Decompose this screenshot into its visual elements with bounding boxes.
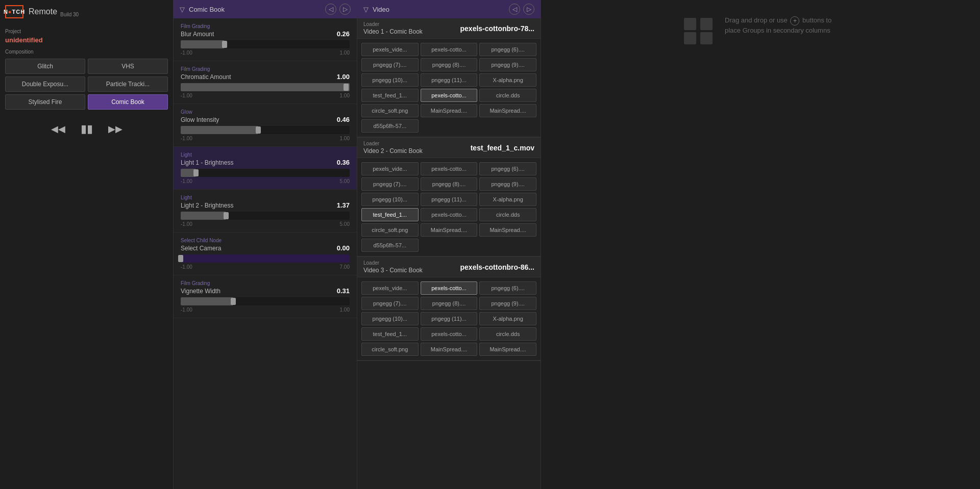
video-item-video3-4[interactable]: pngegg (8).... — [421, 297, 478, 310]
video-section-header-video2: Loader Video 2 - Comic Book test_feed_1_… — [357, 138, 541, 158]
video-item-video3-7[interactable]: pngegg (11)... — [421, 312, 478, 325]
video-item-video2-14[interactable]: MainSpread.... — [479, 223, 536, 237]
param-name-0: Blur Amount — [181, 31, 214, 38]
param-range-2: -1.00 1.00 — [181, 136, 350, 141]
param-slider-2[interactable] — [181, 126, 350, 134]
video-item-video1-10[interactable]: pexels-cotto... — [421, 89, 478, 102]
video-item-video1-7[interactable]: pngegg (11)... — [421, 73, 478, 87]
composition-grid: Glitch VHS Double Exposu... Particle Tra… — [5, 59, 168, 110]
placeholder-grid — [684, 18, 715, 44]
video-grid-video3: pexels_vide...pexels-cotto...pngegg (6).… — [357, 277, 541, 360]
video-item-video3-8[interactable]: X-alpha.png — [479, 312, 536, 325]
param-name-4: Light 2 - Brightness — [181, 202, 233, 209]
param-block-5: Select Child Node Select Camera 0.00 -1.… — [174, 233, 357, 275]
video-item-video1-15[interactable]: d55p6fh-57... — [361, 119, 419, 133]
params-nav-prev[interactable]: ◁ — [325, 4, 336, 15]
comp-btn-vhs[interactable]: VHS — [88, 59, 168, 74]
video-item-video3-3[interactable]: pngegg (7).... — [361, 297, 419, 310]
video-item-video3-13[interactable]: MainSpread.... — [421, 343, 478, 356]
video-item-video2-4[interactable]: pngegg (8).... — [421, 177, 478, 191]
video-nav-prev[interactable]: ◁ — [509, 4, 520, 15]
video-item-video2-6[interactable]: pngegg (10)... — [361, 193, 419, 206]
video-item-video2-3[interactable]: pngegg (7).... — [361, 177, 419, 191]
video-item-video2-2[interactable]: pngegg (6).... — [479, 162, 536, 175]
video-item-video3-11[interactable]: circle.dds — [479, 327, 536, 341]
param-range-0: -1.00 1.00 — [181, 50, 350, 56]
video-item-video2-5[interactable]: pngegg (9).... — [479, 177, 536, 191]
video-item-video1-2[interactable]: pngegg (6).... — [479, 43, 536, 56]
params-list: Film Grading Blur Amount 0.26 -1.00 1.00… — [174, 18, 357, 318]
video-item-video2-12[interactable]: circle_soft.png — [361, 223, 419, 237]
video-nav-next[interactable]: ▷ — [523, 4, 534, 15]
param-range-min-4: -1.00 — [181, 221, 192, 227]
comp-btn-glitch[interactable]: Glitch — [5, 59, 85, 74]
comp-btn-stylised-fire[interactable]: Stylised Fire — [5, 94, 85, 110]
params-panel-nav: ◁ ▷ — [325, 4, 351, 15]
comp-btn-particle-tracki[interactable]: Particle Tracki... — [88, 76, 168, 92]
comp-btn-double-exposu[interactable]: Double Exposu... — [5, 76, 85, 92]
video-item-video2-8[interactable]: X-alpha.png — [479, 193, 536, 206]
params-nav-next[interactable]: ▷ — [339, 4, 351, 15]
video-item-video1-13[interactable]: MainSpread.... — [421, 104, 478, 117]
param-slider-6[interactable] — [181, 297, 350, 305]
video-item-video2-13[interactable]: MainSpread.... — [421, 223, 478, 237]
param-block-3: Light Light 1 - Brightness 0.36 -1.00 5.… — [174, 147, 357, 190]
logo-area: N●TCH Remote Build 30 — [5, 5, 168, 18]
video-section-video1: Loader Video 1 - Comic Book pexels-cotto… — [357, 18, 541, 138]
video-item-video3-14[interactable]: MainSpread.... — [479, 343, 536, 356]
param-slider-3[interactable] — [181, 169, 350, 177]
param-category-6: Film Grading — [181, 280, 350, 286]
video-item-video3-12[interactable]: circle_soft.png — [361, 343, 419, 356]
video-item-video3-6[interactable]: pngegg (10)... — [361, 312, 419, 325]
video-item-video1-4[interactable]: pngegg (8).... — [421, 58, 478, 71]
playback-next-button[interactable]: ▶▶ — [108, 123, 122, 135]
param-row-5: Select Camera 0.00 — [181, 244, 350, 252]
video-panel-title: ▽ Video — [363, 6, 389, 13]
video-item-video1-12[interactable]: circle_soft.png — [361, 104, 419, 117]
video-item-video1-5[interactable]: pngegg (9).... — [479, 58, 536, 71]
right-panel: Drag and drop or use + buttons to place … — [541, 0, 980, 489]
video-item-video2-9[interactable]: test_feed_1... — [361, 208, 419, 221]
video-section-video3: Loader Video 3 - Comic Book pexels-cotto… — [357, 257, 541, 361]
video-item-video3-1[interactable]: pexels-cotto... — [421, 281, 478, 295]
video-item-video1-6[interactable]: pngegg (10)... — [361, 73, 419, 87]
param-slider-0[interactable] — [181, 40, 350, 48]
param-name-6: Vignette Width — [181, 288, 220, 295]
video-item-video1-0[interactable]: pexels_vide... — [361, 43, 419, 56]
param-block-0: Film Grading Blur Amount 0.26 -1.00 1.00 — [174, 18, 357, 61]
video-item-video3-2[interactable]: pngegg (6).... — [479, 281, 536, 295]
param-slider-1[interactable] — [181, 83, 350, 91]
playback-prev-button[interactable]: ◀◀ — [51, 123, 65, 135]
video-item-video2-1[interactable]: pexels-cotto... — [421, 162, 478, 175]
video-item-video1-1[interactable]: pexels-cotto... — [421, 43, 478, 56]
video-section-left-video1: Loader Video 1 - Comic Book — [363, 21, 423, 35]
video-item-video1-3[interactable]: pngegg (7).... — [361, 58, 419, 71]
video-item-video3-0[interactable]: pexels_vide... — [361, 281, 419, 295]
playback-pause-button[interactable]: ▮▮ — [81, 122, 93, 136]
param-slider-4[interactable] — [181, 212, 350, 220]
video-item-video2-15[interactable]: d55p6fh-57... — [361, 239, 419, 252]
video-item-video3-5[interactable]: pngegg (9).... — [479, 297, 536, 310]
param-range-3: -1.00 5.00 — [181, 178, 350, 184]
video-item-video3-10[interactable]: pexels-cotto... — [421, 327, 478, 341]
video-item-video1-8[interactable]: X-alpha.png — [479, 73, 536, 87]
video-item-video1-9[interactable]: test_feed_1... — [361, 89, 419, 102]
param-range-max-6: 1.00 — [340, 307, 350, 313]
param-category-4: Light — [181, 195, 350, 200]
video-item-video1-14[interactable]: MainSpread.... — [479, 104, 536, 117]
video-section-left-video3: Loader Video 3 - Comic Book — [363, 260, 423, 274]
video-item-video3-9[interactable]: test_feed_1... — [361, 327, 419, 341]
video-item-video2-10[interactable]: pexels-cotto... — [421, 208, 478, 221]
video-grid-video1: pexels_vide...pexels-cotto...pngegg (6).… — [357, 39, 541, 137]
video-item-video2-11[interactable]: circle.dds — [479, 208, 536, 221]
video-item-video2-7[interactable]: pngegg (11)... — [421, 193, 478, 206]
video-item-video1-11[interactable]: circle.dds — [479, 89, 536, 102]
app-build: Build 30 — [60, 12, 79, 17]
params-panel-header: ▽ Comic Book ◁ ▷ — [174, 0, 357, 18]
param-slider-5[interactable] — [181, 254, 350, 263]
param-row-2: Glow Intensity 0.46 — [181, 116, 350, 123]
video-sections-list: Loader Video 1 - Comic Book pexels-cotto… — [357, 18, 541, 361]
param-range-6: -1.00 1.00 — [181, 307, 350, 313]
comp-btn-comic-book[interactable]: Comic Book — [88, 94, 168, 110]
video-item-video2-0[interactable]: pexels_vide... — [361, 162, 419, 175]
